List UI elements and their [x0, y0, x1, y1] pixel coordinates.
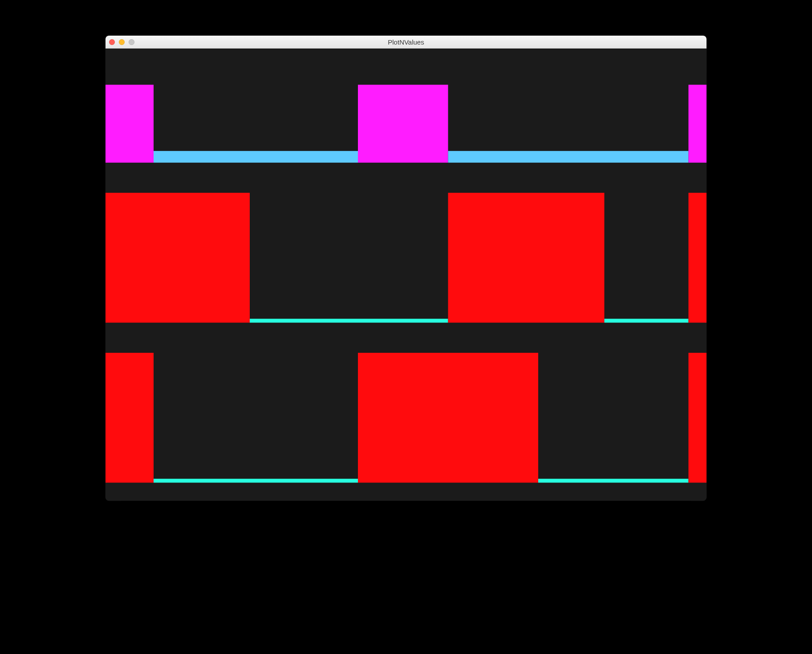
high-segment — [106, 193, 250, 323]
low-segment — [448, 151, 689, 163]
minimize-icon[interactable] — [119, 39, 125, 45]
high-segment — [358, 353, 538, 482]
plot-canvas — [106, 49, 706, 501]
low-segment — [538, 479, 689, 483]
low-segment — [605, 319, 689, 323]
high-segment — [358, 85, 448, 163]
high-segment — [689, 193, 707, 323]
low-segment — [250, 319, 448, 323]
plot-svg — [106, 49, 706, 501]
window-title: PlotNValues — [106, 38, 706, 46]
plot-strip-1 — [106, 85, 706, 163]
plot-strip-2 — [106, 193, 706, 323]
low-segment — [154, 151, 358, 163]
high-segment — [106, 85, 154, 163]
window-controls — [109, 39, 134, 45]
plot-strip-3 — [106, 353, 706, 482]
high-segment — [448, 193, 605, 323]
high-segment — [689, 353, 707, 482]
zoom-icon[interactable] — [129, 39, 134, 45]
app-window: PlotNValues — [106, 36, 706, 501]
titlebar[interactable]: PlotNValues — [106, 36, 706, 49]
close-icon[interactable] — [109, 39, 115, 45]
high-segment — [106, 353, 154, 482]
desktop: PlotNValues — [0, 0, 812, 654]
high-segment — [689, 85, 707, 163]
low-segment — [154, 479, 358, 483]
